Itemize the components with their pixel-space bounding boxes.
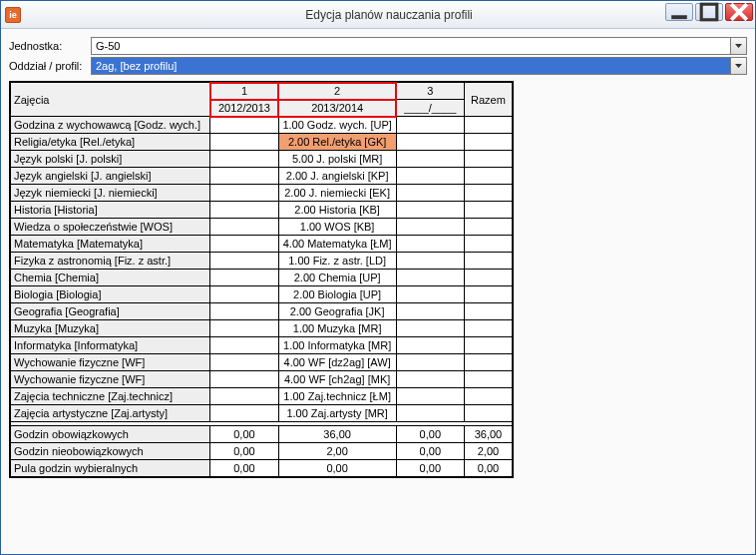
- row-label[interactable]: Godzina z wychowawcą [Godz. wych.]: [11, 117, 210, 134]
- row-c2[interactable]: 2.00 Chemia [UP]: [278, 270, 396, 286]
- row-c2[interactable]: 1.00 Fiz. z astr. [LD]: [278, 253, 396, 270]
- header-subjects[interactable]: Zajęcia: [11, 83, 210, 117]
- row-c3[interactable]: [396, 185, 464, 202]
- row-c1[interactable]: [210, 253, 278, 270]
- titlebar[interactable]: ie Edycja planów nauczania profili: [1, 1, 755, 29]
- row-c1[interactable]: [210, 151, 278, 168]
- row-c1[interactable]: [210, 320, 278, 337]
- row-c3[interactable]: [396, 337, 464, 354]
- row-label[interactable]: Muzyka [Muzyka]: [11, 320, 210, 337]
- row-c3[interactable]: [396, 253, 464, 270]
- header-col1-num[interactable]: 1: [210, 83, 278, 100]
- row-c3[interactable]: [396, 117, 464, 134]
- header-total[interactable]: Razem: [464, 83, 512, 117]
- total-label[interactable]: Pula godzin wybieralnych: [11, 460, 210, 477]
- row-c2[interactable]: 2.00 J. niemiecki [EK]: [278, 185, 396, 202]
- row-c4[interactable]: [464, 202, 512, 219]
- total-c2[interactable]: 0,00: [278, 460, 396, 477]
- row-c2[interactable]: 1.00 Muzyka [MR]: [278, 320, 396, 337]
- row-c2[interactable]: 2.00 Biologia [UP]: [278, 286, 396, 303]
- table-row[interactable]: Muzyka [Muzyka]1.00 Muzyka [MR]: [11, 320, 513, 337]
- table-row[interactable]: Geografia [Geografia]2.00 Geografia [JK]: [11, 303, 513, 320]
- row-c1[interactable]: [210, 185, 278, 202]
- total-c1[interactable]: 0,00: [210, 460, 278, 477]
- row-c4[interactable]: [464, 388, 512, 405]
- row-c2[interactable]: 2.00 Rel./etyka [GK]: [278, 134, 396, 151]
- row-c2[interactable]: 2.00 Historia [KB]: [278, 202, 396, 219]
- row-label[interactable]: Fizyka z astronomią [Fiz. z astr.]: [11, 253, 210, 270]
- table-row[interactable]: Matematyka [Matematyka]4.00 Matematyka […: [11, 236, 513, 253]
- unit-combo-arrow[interactable]: [730, 38, 746, 54]
- row-c1[interactable]: [210, 202, 278, 219]
- row-c1[interactable]: [210, 134, 278, 151]
- header-col2-year[interactable]: 2013/2014: [278, 100, 396, 117]
- row-c3[interactable]: [396, 371, 464, 388]
- total-c3[interactable]: 0,00: [396, 460, 464, 477]
- maximize-button[interactable]: [695, 3, 723, 21]
- totals-row[interactable]: Pula godzin wybieralnych0,000,000,000,00: [11, 460, 513, 477]
- row-label[interactable]: Zajęcia techniczne [Zaj.technicz]: [11, 388, 210, 405]
- row-label[interactable]: Wychowanie fizyczne [WF]: [11, 354, 210, 371]
- row-c3[interactable]: [396, 236, 464, 253]
- unit-combo[interactable]: G-50: [91, 37, 747, 55]
- row-c4[interactable]: [464, 303, 512, 320]
- row-c3[interactable]: [396, 270, 464, 286]
- row-c2[interactable]: 1.00 Zaj.technicz [ŁM]: [278, 388, 396, 405]
- row-c4[interactable]: [464, 117, 512, 134]
- row-c4[interactable]: [464, 134, 512, 151]
- row-c3[interactable]: [396, 303, 464, 320]
- row-c3[interactable]: [396, 405, 464, 422]
- table-row[interactable]: Wychowanie fizyczne [WF]4.00 WF [ch2ag] …: [11, 371, 513, 388]
- table-row[interactable]: Religia/etyka [Rel./etyka]2.00 Rel./etyk…: [11, 134, 513, 151]
- row-c3[interactable]: [396, 151, 464, 168]
- row-c2[interactable]: 1.00 Zaj.artysty [MR]: [278, 405, 396, 422]
- row-c2[interactable]: 4.00 WF [dz2ag] [AW]: [278, 354, 396, 371]
- row-label[interactable]: Zajęcia artystyczne [Zaj.artysty]: [11, 405, 210, 422]
- table-row[interactable]: Zajęcia techniczne [Zaj.technicz]1.00 Za…: [11, 388, 513, 405]
- row-c4[interactable]: [464, 354, 512, 371]
- table-row[interactable]: Godzina z wychowawcą [Godz. wych.]1.00 G…: [11, 117, 513, 134]
- row-c4[interactable]: [464, 253, 512, 270]
- row-c1[interactable]: [210, 371, 278, 388]
- row-c4[interactable]: [464, 405, 512, 422]
- total-c3[interactable]: 0,00: [396, 426, 464, 443]
- row-c2[interactable]: 4.00 WF [ch2ag] [MK]: [278, 371, 396, 388]
- row-c1[interactable]: [210, 286, 278, 303]
- row-c4[interactable]: [464, 337, 512, 354]
- total-label[interactable]: Godzin nieobowiązkowych: [11, 443, 210, 460]
- profile-combo-arrow[interactable]: [730, 58, 746, 74]
- row-label[interactable]: Język angielski [J. angielski]: [11, 168, 210, 185]
- header-col1-year[interactable]: 2012/2013: [210, 100, 278, 117]
- total-label[interactable]: Godzin obowiązkowych: [11, 426, 210, 443]
- table-row[interactable]: Język angielski [J. angielski]2.00 J. an…: [11, 168, 513, 185]
- minimize-button[interactable]: [665, 3, 693, 21]
- total-c4[interactable]: 2,00: [464, 443, 512, 460]
- row-label[interactable]: Matematyka [Matematyka]: [11, 236, 210, 253]
- row-c1[interactable]: [210, 168, 278, 185]
- row-c1[interactable]: [210, 117, 278, 134]
- row-c1[interactable]: [210, 388, 278, 405]
- profile-combo[interactable]: 2ag, [bez profilu]: [91, 57, 747, 75]
- row-c3[interactable]: [396, 320, 464, 337]
- row-c1[interactable]: [210, 236, 278, 253]
- row-label[interactable]: Chemia [Chemia]: [11, 270, 210, 286]
- table-row[interactable]: Informatyka [Informatyka]1.00 Informatyk…: [11, 337, 513, 354]
- close-button[interactable]: [725, 3, 753, 21]
- row-c4[interactable]: [464, 286, 512, 303]
- total-c4[interactable]: 36,00: [464, 426, 512, 443]
- row-c4[interactable]: [464, 151, 512, 168]
- header-col2-num[interactable]: 2: [278, 83, 396, 100]
- row-c2[interactable]: 1.00 Informatyka [MR]: [278, 337, 396, 354]
- table-row[interactable]: Biologia [Biologia]2.00 Biologia [UP]: [11, 286, 513, 303]
- row-c3[interactable]: [396, 134, 464, 151]
- total-c2[interactable]: 36,00: [278, 426, 396, 443]
- row-c2[interactable]: 2.00 J. angielski [KP]: [278, 168, 396, 185]
- schedule-table[interactable]: Zajęcia 1 2 3 Razem 2012/2013 2013/2014 …: [10, 82, 513, 477]
- row-c3[interactable]: [396, 219, 464, 236]
- row-c4[interactable]: [464, 185, 512, 202]
- row-c4[interactable]: [464, 168, 512, 185]
- row-c4[interactable]: [464, 320, 512, 337]
- row-c2[interactable]: 1.00 WOS [KB]: [278, 219, 396, 236]
- row-c4[interactable]: [464, 236, 512, 253]
- row-label[interactable]: Historia [Historia]: [11, 202, 210, 219]
